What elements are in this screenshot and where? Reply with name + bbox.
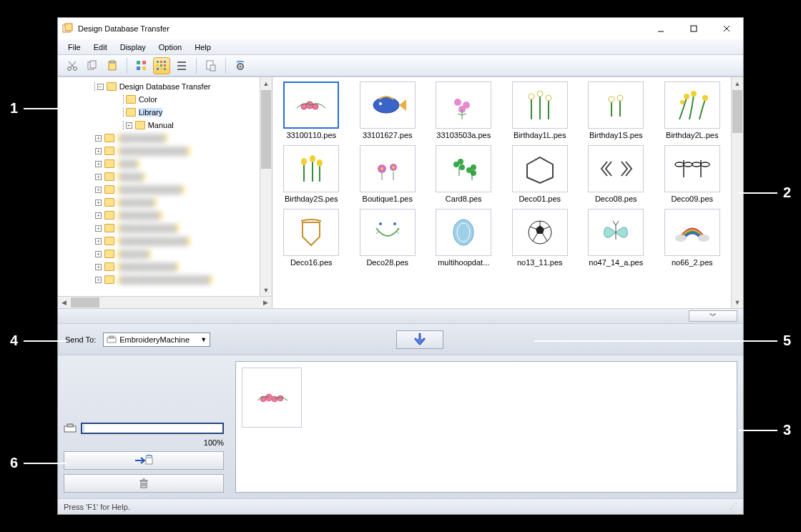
minimize-button[interactable] — [644, 18, 677, 39]
thumbnail-item[interactable]: Deco16.pes — [277, 209, 346, 267]
thumbnail-item[interactable]: no66_2.pes — [658, 209, 727, 267]
property-icon[interactable] — [202, 57, 220, 74]
thumbnail-item[interactable]: Birthday2L.pes — [658, 82, 727, 139]
thumbnail-preview — [588, 82, 644, 129]
thumbnail-preview — [436, 209, 491, 256]
folder-tree[interactable]: ┊ − Design Database Transfer ┊ Color ┊ L… — [58, 77, 260, 296]
scroll-down-icon[interactable]: ▼ — [260, 284, 272, 296]
transfer-controls: 100% — [58, 355, 230, 498]
thumbnail-caption: 33100110.pes — [286, 131, 336, 139]
thumbnail-item[interactable]: Deco09.pes — [658, 145, 727, 203]
callout-4: 4 — [10, 332, 18, 349]
expand-bar: ︾ — [58, 308, 743, 324]
folder-tree-pane: ┊ − Design Database Transfer ┊ Color ┊ L… — [58, 77, 272, 308]
svg-rect-24 — [157, 68, 159, 70]
menu-display[interactable]: Display — [114, 41, 152, 53]
thumbnail-preview — [588, 145, 644, 192]
svg-point-68 — [471, 170, 476, 176]
tree-item-blurred: ███████ — [117, 211, 162, 220]
tree-item-blurred: ████████████ — [117, 147, 190, 155]
callout-6: 6 — [10, 455, 18, 471]
thumbnail-preview — [283, 82, 339, 129]
destination-value: EmbroideryMachine — [119, 335, 190, 344]
expand-down-button[interactable]: ︾ — [689, 310, 737, 322]
svg-point-64 — [458, 159, 463, 164]
scroll-thumb[interactable] — [71, 297, 99, 307]
svg-rect-31 — [210, 65, 215, 71]
write-list[interactable] — [235, 361, 737, 493]
thumbnails-grid[interactable]: 33100110.pes33101627.pes33103503a.pesBir… — [272, 77, 731, 308]
maximize-button[interactable] — [677, 18, 710, 39]
scroll-right-icon[interactable]: ▶ — [260, 297, 272, 308]
thumbnail-item[interactable]: 33103503a.pes — [429, 82, 498, 139]
svg-point-35 — [306, 102, 313, 109]
svg-rect-19 — [160, 61, 162, 63]
scroll-thumb[interactable] — [732, 90, 742, 133]
large-icons-view[interactable] — [133, 57, 150, 74]
thumbnail-item[interactable]: Deco01.pes — [506, 145, 575, 203]
thumbnail-item[interactable]: 33100110.pes — [277, 82, 346, 139]
menu-file[interactable]: File — [62, 41, 87, 53]
svg-rect-22 — [160, 64, 162, 66]
thumbnail-item[interactable]: Card8.pes — [429, 145, 498, 203]
settings-icon[interactable] — [232, 57, 249, 74]
details-view-icon[interactable] — [173, 57, 190, 74]
scroll-left-icon[interactable]: ◀ — [58, 297, 70, 308]
svg-point-55 — [680, 100, 684, 104]
thumbnail-item[interactable]: multihoopdat... — [429, 209, 498, 267]
thumbnail-caption: Birthday2S.pes — [285, 194, 338, 203]
svg-point-51 — [617, 95, 623, 101]
thumbnail-preview — [664, 145, 720, 192]
menu-help[interactable]: Help — [189, 41, 217, 53]
tree-item-blurred: ███ — [117, 159, 139, 168]
tree-item-library[interactable]: Library — [139, 108, 163, 117]
scroll-down-icon[interactable]: ▼ — [732, 296, 743, 308]
transfer-button[interactable] — [64, 451, 224, 470]
thumbnail-preview — [436, 82, 491, 129]
tree-item-manual[interactable]: Manual — [148, 121, 174, 129]
expand-toggle[interactable]: + — [126, 122, 132, 129]
scroll-up-icon[interactable]: ▲ — [732, 77, 743, 89]
tree-scrollbar-horizontal[interactable]: ◀ ▶ — [58, 296, 272, 308]
arrow-down-icon — [412, 332, 428, 348]
svg-point-53 — [691, 91, 697, 97]
thumbnail-item[interactable]: Boutique1.pes — [353, 145, 423, 203]
svg-point-61 — [380, 167, 383, 170]
tree-root-label[interactable]: Design Database Transfer — [119, 82, 211, 91]
menu-option[interactable]: Option — [153, 41, 187, 53]
thumbnail-item[interactable]: 33101627.pes — [353, 82, 423, 139]
thumbnail-item[interactable]: Birthday1S.pes — [581, 82, 651, 139]
scroll-up-icon[interactable]: ▲ — [260, 77, 272, 89]
small-icons-view[interactable] — [153, 57, 170, 74]
paste-icon[interactable] — [104, 57, 121, 74]
scroll-thumb[interactable] — [261, 90, 271, 169]
menu-edit[interactable]: Edit — [88, 41, 113, 53]
thumbnail-item[interactable]: Deco28.pes — [353, 209, 423, 267]
thumbnail-item[interactable]: Birthday1L.pes — [506, 82, 575, 139]
close-button[interactable] — [710, 18, 743, 39]
copy-icon[interactable] — [84, 57, 101, 74]
resize-grip-icon[interactable]: ⋰ — [729, 502, 737, 511]
tree-item-color[interactable]: Color — [139, 95, 157, 104]
thumbnail-item[interactable]: no13_11.pes — [506, 209, 575, 267]
tree-scrollbar-vertical[interactable]: ▲ ▼ — [260, 77, 272, 296]
expand-toggle[interactable]: − — [97, 84, 104, 90]
thumbnail-item[interactable]: Birthday2S.pes — [277, 145, 346, 203]
progress-fill — [83, 425, 84, 432]
callout-2: 2 — [783, 184, 791, 201]
callout-3: 3 — [783, 422, 791, 438]
svg-point-38 — [379, 102, 382, 105]
destination-select[interactable]: EmbroideryMachine ▼ — [103, 332, 210, 347]
svg-point-73 — [675, 162, 684, 167]
svg-rect-13 — [110, 61, 114, 63]
thumbnail-item[interactable]: Deco08.pes — [581, 145, 651, 203]
thumbnail-preview — [283, 209, 339, 256]
cut-icon[interactable] — [64, 57, 81, 74]
delete-button[interactable] — [64, 474, 224, 493]
svg-point-39 — [454, 99, 461, 106]
write-list-item[interactable] — [242, 368, 302, 428]
svg-rect-25 — [160, 68, 162, 70]
add-to-write-list-button[interactable] — [396, 330, 443, 349]
thumbnail-item[interactable]: no47_14_a.pes — [581, 209, 651, 267]
thumbnail-caption: Deco08.pes — [595, 194, 637, 203]
